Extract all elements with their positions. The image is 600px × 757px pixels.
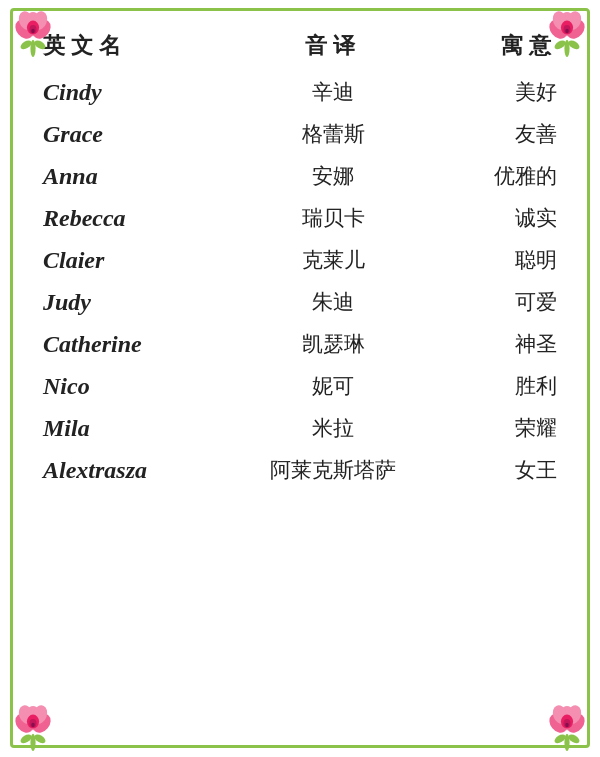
corner-flower-top-right bbox=[541, 5, 593, 57]
meaning-text: 优雅的 bbox=[436, 155, 587, 197]
english-name: Cindy bbox=[13, 71, 231, 113]
corner-flower-bottom-left bbox=[7, 699, 59, 751]
english-name: Mila bbox=[13, 407, 231, 449]
phonetic-name: 克莱儿 bbox=[231, 239, 436, 281]
phonetic-name: 辛迪 bbox=[231, 71, 436, 113]
svg-point-32 bbox=[31, 723, 34, 727]
english-name: Claier bbox=[13, 239, 231, 281]
phonetic-name: 妮可 bbox=[231, 365, 436, 407]
meaning-text: 友善 bbox=[436, 113, 587, 155]
col-phonetic: 音译 bbox=[231, 23, 436, 71]
phonetic-name: 米拉 bbox=[231, 407, 436, 449]
phonetic-name: 阿莱克斯塔萨 bbox=[231, 449, 436, 491]
corner-flower-top-left bbox=[7, 5, 59, 57]
phonetic-name: 格蕾斯 bbox=[231, 113, 436, 155]
svg-point-21 bbox=[565, 29, 568, 33]
phonetic-name: 瑞贝卡 bbox=[231, 197, 436, 239]
table-row: Alextrasza阿莱克斯塔萨女王 bbox=[13, 449, 587, 491]
table-row: Catherine凯瑟琳神圣 bbox=[13, 323, 587, 365]
page-wrapper: 英文名 音译 寓意 Cindy辛迪美好Grace格蕾斯友善Anna安娜优雅的Re… bbox=[10, 8, 590, 748]
meaning-text: 诚实 bbox=[436, 197, 587, 239]
english-name: Anna bbox=[13, 155, 231, 197]
table-row: Claier克莱儿聪明 bbox=[13, 239, 587, 281]
meaning-text: 女王 bbox=[436, 449, 587, 491]
table-row: Cindy辛迪美好 bbox=[13, 71, 587, 113]
phonetic-name: 凯瑟琳 bbox=[231, 323, 436, 365]
meaning-text: 胜利 bbox=[436, 365, 587, 407]
meaning-text: 聪明 bbox=[436, 239, 587, 281]
header-row: 英文名 音译 寓意 bbox=[13, 23, 587, 71]
phonetic-name: 安娜 bbox=[231, 155, 436, 197]
meaning-text: 可爱 bbox=[436, 281, 587, 323]
english-name: Nico bbox=[13, 365, 231, 407]
meaning-text: 神圣 bbox=[436, 323, 587, 365]
table-row: Rebecca瑞贝卡诚实 bbox=[13, 197, 587, 239]
english-name: Rebecca bbox=[13, 197, 231, 239]
english-name: Judy bbox=[13, 281, 231, 323]
english-name: Alextrasza bbox=[13, 449, 231, 491]
names-table: 英文名 音译 寓意 Cindy辛迪美好Grace格蕾斯友善Anna安娜优雅的Re… bbox=[13, 23, 587, 491]
table-row: Mila米拉荣耀 bbox=[13, 407, 587, 449]
meaning-text: 荣耀 bbox=[436, 407, 587, 449]
svg-point-43 bbox=[565, 723, 568, 727]
table-row: Grace格蕾斯友善 bbox=[13, 113, 587, 155]
english-name: Grace bbox=[13, 113, 231, 155]
table-row: Nico妮可胜利 bbox=[13, 365, 587, 407]
table-container: 英文名 音译 寓意 Cindy辛迪美好Grace格蕾斯友善Anna安娜优雅的Re… bbox=[13, 23, 587, 491]
phonetic-name: 朱迪 bbox=[231, 281, 436, 323]
corner-flower-bottom-right bbox=[541, 699, 593, 751]
svg-point-10 bbox=[31, 29, 34, 33]
table-row: Anna安娜优雅的 bbox=[13, 155, 587, 197]
meaning-text: 美好 bbox=[436, 71, 587, 113]
table-row: Judy朱迪可爱 bbox=[13, 281, 587, 323]
english-name: Catherine bbox=[13, 323, 231, 365]
